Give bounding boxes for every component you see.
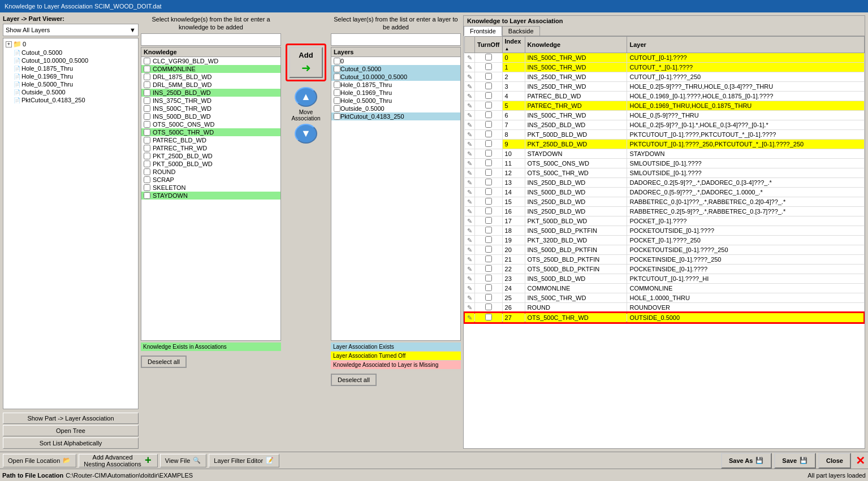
pencil-cell[interactable]: ✎ — [464, 216, 475, 226]
turnoff-checkbox[interactable] — [485, 179, 492, 185]
layer-item[interactable]: PktCutout_0.4183_250 — [331, 112, 460, 120]
turnoff-checkbox[interactable] — [485, 207, 492, 214]
pencil-cell[interactable]: ✎ — [464, 293, 475, 303]
knowledge-list[interactable]: Knowledge CLC_VGR90_BLD_WD COMMONLINE DR… — [141, 47, 281, 341]
knowledge-checkbox[interactable] — [144, 168, 150, 175]
pencil-cell[interactable]: ✎ — [464, 149, 475, 159]
pencil-cell[interactable]: ✎ — [464, 159, 475, 168]
knowledge-deselect-btn[interactable]: Deselect all — [141, 356, 187, 368]
add-button[interactable]: Add ➜ — [289, 47, 323, 78]
knowledge-checkbox[interactable] — [144, 153, 150, 159]
turnoff-checkbox[interactable] — [485, 314, 492, 320]
knowledge-item[interactable]: PKT_250D_BLD_WD — [141, 152, 280, 160]
save-btn[interactable]: Save 💾 — [774, 453, 816, 469]
table-row[interactable]: ✎2INS_250D_THR_WDCUTOUT_[0-1].????_250 — [464, 72, 864, 82]
open-file-location-btn[interactable]: Open File Location 📂 — [3, 454, 76, 467]
turnoff-checkbox[interactable] — [485, 121, 492, 128]
assoc-table-container[interactable]: TurnOff Index Knowledge Layer ✎0INS_500C… — [464, 36, 865, 448]
knowledge-checkbox[interactable] — [144, 97, 150, 104]
turnoff-checkbox[interactable] — [485, 246, 492, 253]
pencil-cell[interactable]: ✎ — [464, 274, 475, 284]
knowledge-item[interactable]: INS_375C_THR_WD — [141, 97, 280, 105]
table-row[interactable]: ✎26ROUNDROUNDOVER — [464, 303, 864, 313]
turnoff-checkbox[interactable] — [485, 111, 492, 118]
layer-item[interactable]: 0 — [331, 57, 460, 65]
layer-item[interactable]: Cutout_0.5000 — [331, 65, 460, 73]
table-row[interactable]: ✎24COMMONLINECOMMONLINE — [464, 284, 864, 293]
layer-checkbox[interactable] — [334, 105, 340, 112]
layer-checkbox[interactable] — [334, 89, 340, 96]
layers-search-input[interactable] — [331, 33, 461, 46]
knowledge-checkbox[interactable] — [144, 58, 150, 64]
layer-dropdown[interactable]: Show All Layers ▼ — [3, 24, 139, 36]
table-row[interactable]: ✎17PKT_500D_BLD_WDPOCKET_[0-1].???? — [464, 216, 864, 226]
table-row[interactable]: ✎13INS_250D_BLD_WDDADOREC_0.2[5-9]??_.*,… — [464, 178, 864, 188]
pencil-cell[interactable]: ✎ — [464, 207, 475, 216]
knowledge-checkbox[interactable] — [144, 73, 150, 80]
tab-frontside[interactable]: Frontside — [464, 26, 502, 36]
table-row[interactable]: ✎19PKT_320D_BLD_WDPOCKET_[0-1].????_250 — [464, 236, 864, 245]
table-row[interactable]: ✎6INS_500C_THR_WDHOLE_0.[5-9]???_THRU — [464, 111, 864, 120]
table-row[interactable]: ✎4PATREC_BLD_WDHOLE_0.1969_[0-1].????,HO… — [464, 92, 864, 101]
table-row[interactable]: ✎27OTS_500C_THR_WDOUTSIDE_0.5000 — [464, 313, 864, 323]
knowledge-item[interactable]: ROUND — [141, 168, 280, 176]
knowledge-item[interactable]: COMMONLINE — [141, 65, 280, 73]
knowledge-item[interactable]: OTS_500C_THR_WD — [141, 128, 280, 136]
knowledge-item[interactable]: DRL_5MM_BLD_WD — [141, 81, 280, 89]
pencil-cell[interactable]: ✎ — [464, 168, 475, 178]
pencil-cell[interactable]: ✎ — [464, 101, 475, 111]
col-index[interactable]: Index — [502, 37, 525, 53]
table-row[interactable]: ✎22OTS_500D_BLD_PKTFINPOCKETINSIDE_[0-1]… — [464, 265, 864, 274]
knowledge-checkbox[interactable] — [144, 145, 150, 151]
turnoff-checkbox[interactable] — [485, 83, 492, 89]
move-down-button[interactable]: ▼ — [295, 124, 317, 144]
knowledge-checkbox[interactable] — [144, 121, 150, 128]
knowledge-item[interactable]: INS_500C_THR_WD — [141, 105, 280, 112]
knowledge-checkbox[interactable] — [144, 192, 150, 199]
layer-checkbox[interactable] — [334, 73, 340, 80]
knowledge-checkbox[interactable] — [144, 176, 150, 183]
turnoff-checkbox[interactable] — [485, 73, 492, 80]
tree-item[interactable]: 📄 Hole_0.1875_Thru — [5, 64, 137, 72]
view-file-btn[interactable]: View File 🔍 — [160, 454, 206, 467]
knowledge-item[interactable]: INS_250D_BLD_WD — [141, 89, 280, 97]
pencil-cell[interactable]: ✎ — [464, 63, 475, 72]
sort-list-btn[interactable]: Sort List Alphabetically — [3, 437, 139, 449]
layer-checkbox[interactable] — [334, 97, 340, 104]
pencil-cell[interactable]: ✎ — [464, 130, 475, 140]
pencil-cell[interactable]: ✎ — [464, 188, 475, 197]
knowledge-item[interactable]: INS_500D_BLD_WD — [141, 112, 280, 120]
pencil-cell[interactable]: ✎ — [464, 82, 475, 92]
knowledge-checkbox[interactable] — [144, 184, 150, 191]
knowledge-item[interactable]: PKT_500D_BLD_WD — [141, 160, 280, 168]
knowledge-item[interactable]: PATREC_THR_WD — [141, 144, 280, 152]
tree-item[interactable]: 📄 Outside_0.5000 — [5, 88, 137, 96]
table-row[interactable]: ✎11OTS_500C_ONS_WDSMLOUTSIDE_[0-1].???? — [464, 159, 864, 168]
layers-deselect-btn[interactable]: Deselect all — [331, 374, 377, 386]
pencil-cell[interactable]: ✎ — [464, 265, 475, 274]
table-row[interactable]: ✎9PKT_250D_BLD_WDPKTCUTOUT_[0-1].????_25… — [464, 140, 864, 149]
layers-list[interactable]: Layers 0 Cutout_0.5000 Cutout_10.0000_0.… — [331, 47, 461, 341]
pencil-cell[interactable]: ✎ — [464, 120, 475, 130]
knowledge-item[interactable]: DRL_1875_BLD_WD — [141, 73, 280, 81]
knowledge-item[interactable]: CLC_VGR90_BLD_WD — [141, 57, 280, 65]
turnoff-checkbox[interactable] — [485, 198, 492, 205]
tree-item[interactable]: 📄 Cutout_0.5000 — [5, 49, 137, 57]
pencil-cell[interactable]: ✎ — [464, 313, 475, 323]
knowledge-checkbox[interactable] — [144, 89, 150, 96]
knowledge-checkbox[interactable] — [144, 129, 150, 136]
turnoff-checkbox[interactable] — [485, 140, 492, 147]
tree-panel[interactable]: + 📁 0 📄 Cutout_0.5000 📄 Cutout_10.0000_0… — [3, 38, 139, 409]
expand-icon[interactable]: + — [6, 41, 12, 47]
pencil-cell[interactable]: ✎ — [464, 303, 475, 313]
knowledge-item[interactable]: SCRAP — [141, 176, 280, 184]
table-row[interactable]: ✎16INS_250D_BLD_WDRABBETREC_0.2[5-9]??_.… — [464, 207, 864, 216]
table-row[interactable]: ✎10STAYDOWNSTAYDOWN — [464, 149, 864, 159]
table-row[interactable]: ✎15INS_250D_BLD_WDRABBETREC_0.[0-1]???_.… — [464, 197, 864, 207]
knowledge-item[interactable]: OTS_500C_ONS_WD — [141, 120, 280, 128]
layer-item[interactable]: Hole_0.5000_Thru — [331, 97, 460, 105]
turnoff-checkbox[interactable] — [485, 227, 492, 233]
col-knowledge[interactable]: Knowledge — [525, 37, 627, 53]
tree-item[interactable]: 📄 Hole_0.1969_Thru — [5, 72, 137, 80]
pencil-cell[interactable]: ✎ — [464, 197, 475, 207]
